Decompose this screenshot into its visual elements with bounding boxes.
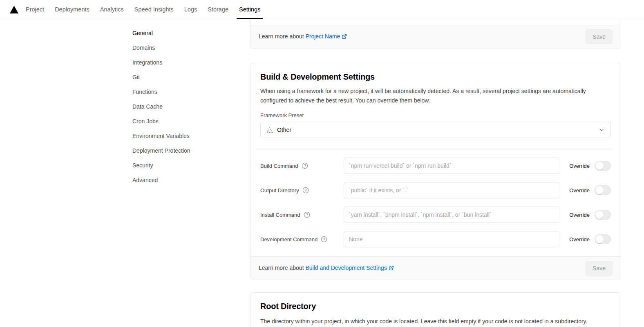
sidebar-item-general[interactable]: General [132, 26, 235, 40]
external-link-icon [342, 34, 347, 40]
install-command-override-toggle[interactable] [595, 210, 611, 220]
install-command-label: Install Command [260, 211, 344, 218]
toggle-knob [595, 235, 604, 243]
output-directory-input[interactable] [344, 182, 560, 198]
sidebar-item-advanced[interactable]: Advanced [132, 173, 235, 187]
tab-deployments[interactable]: Deployments [55, 0, 89, 19]
project-name-save-button[interactable]: Save [586, 29, 613, 44]
build-settings-link-label: Build and Development Settings [305, 265, 387, 271]
nav-tabs: Project Deployments Analytics Speed Insi… [26, 0, 260, 19]
framework-preset-label: Framework Preset [260, 112, 611, 118]
sidebar-item-environment-variables[interactable]: Environment Variables [132, 129, 235, 143]
build-command-input[interactable] [344, 158, 560, 174]
sidebar-item-domains[interactable]: Domains [132, 40, 235, 55]
framework-preset-select[interactable]: Other [260, 122, 611, 138]
learn-more-prefix: Learn more about [259, 265, 305, 271]
build-settings-footer-text: Learn more about Build and Development S… [259, 265, 394, 272]
project-name-footer-text: Learn more about Project Name [259, 33, 347, 40]
project-name-card-footer: Learn more about Project Name Save [250, 25, 621, 48]
development-command-input[interactable] [344, 231, 560, 247]
root-directory-title: Root Directory [260, 302, 611, 311]
build-settings-divider [257, 149, 614, 149]
tab-speed-insights[interactable]: Speed Insights [134, 0, 174, 19]
install-command-override: Override [569, 210, 611, 220]
output-directory-override: Override [569, 185, 611, 195]
help-circle-icon[interactable] [302, 187, 309, 194]
settings-sidebar: General Domains Integrations Git Functio… [132, 26, 235, 187]
build-settings-title: Build & Development Settings [260, 72, 611, 82]
output-directory-row: Output Directory Override [260, 182, 611, 198]
build-settings-card: Build & Development Settings When using … [250, 63, 621, 280]
build-settings-save-button[interactable]: Save [586, 261, 613, 276]
framework-other-icon [266, 127, 273, 133]
development-command-row: Development Command Override [260, 231, 611, 247]
help-circle-icon[interactable] [304, 211, 310, 218]
build-settings-link[interactable]: Build and Development Settings [305, 265, 394, 271]
sidebar-item-integrations[interactable]: Integrations [132, 55, 235, 70]
external-link-icon [389, 265, 394, 272]
toggle-knob [595, 211, 604, 219]
tab-storage[interactable]: Storage [208, 0, 228, 19]
output-directory-label: Output Directory [260, 187, 344, 194]
top-navigation: Project Deployments Analytics Speed Insi… [0, 0, 644, 19]
project-name-card: Learn more about Project Name Save [250, 19, 621, 49]
tab-settings[interactable]: Settings [239, 0, 260, 19]
build-command-override-toggle[interactable] [595, 161, 611, 171]
build-command-label: Build Command [260, 162, 344, 169]
sidebar-item-cron-jobs[interactable]: Cron Jobs [132, 114, 235, 129]
project-name-link[interactable]: Project Name [305, 33, 347, 40]
framework-preset-value: Other [277, 127, 291, 133]
chevron-down-icon [599, 127, 605, 133]
development-command-override-toggle[interactable] [595, 234, 611, 244]
tab-project[interactable]: Project [26, 0, 44, 19]
root-directory-description: The directory within your project, in wh… [260, 317, 611, 326]
toggle-knob [595, 186, 604, 194]
sidebar-item-data-cache[interactable]: Data Cache [132, 99, 235, 114]
install-command-row: Install Command Override [260, 207, 611, 223]
build-settings-footer: Learn more about Build and Development S… [250, 256, 621, 280]
settings-main-column: Learn more about Project Name Save Build… [250, 19, 621, 327]
root-directory-card: Root Directory The directory within your… [250, 292, 621, 327]
vercel-logo-icon[interactable] [10, 6, 18, 13]
install-command-input[interactable] [344, 207, 560, 223]
output-directory-override-toggle[interactable] [595, 185, 611, 195]
sidebar-item-git[interactable]: Git [132, 70, 235, 85]
learn-more-prefix: Learn more about [259, 33, 305, 40]
project-name-card-body-remnant [250, 19, 621, 25]
tab-logs[interactable]: Logs [184, 0, 197, 19]
build-settings-description: When using a framework for a new project… [260, 87, 611, 105]
help-circle-icon[interactable] [302, 162, 308, 169]
project-name-link-label: Project Name [305, 33, 340, 40]
help-circle-icon[interactable] [321, 236, 327, 242]
sidebar-item-functions[interactable]: Functions [132, 85, 235, 99]
toggle-knob [595, 162, 604, 170]
sidebar-item-security[interactable]: Security [132, 158, 235, 173]
development-command-override: Override [569, 234, 611, 244]
build-command-row: Build Command Override [260, 158, 611, 174]
sidebar-item-deployment-protection[interactable]: Deployment Protection [132, 143, 235, 158]
development-command-label: Development Command [260, 236, 344, 242]
build-command-override: Override [569, 161, 611, 171]
tab-analytics[interactable]: Analytics [100, 0, 124, 19]
